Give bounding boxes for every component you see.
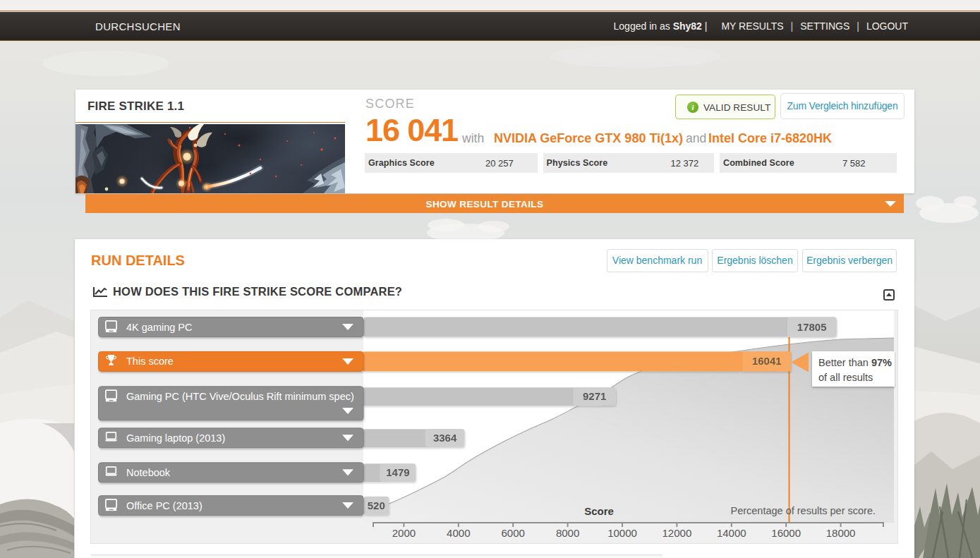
svg-text:3364: 3364	[433, 432, 457, 444]
svg-text:of all results: of all results	[818, 372, 873, 383]
svg-text:1479: 1479	[386, 466, 409, 478]
svg-text:Gaming PC (HTC Vive/Oculus Rif: Gaming PC (HTC Vive/Oculus Rift minimum …	[126, 391, 354, 402]
svg-text:6000: 6000	[502, 527, 525, 539]
svg-text:Better than 97%: Better than 97%	[818, 357, 892, 368]
svg-text:2000: 2000	[392, 527, 416, 539]
svg-text:Score: Score	[584, 505, 614, 517]
svg-text:14000: 14000	[717, 527, 746, 539]
svg-text:8000: 8000	[556, 527, 579, 539]
svg-text:Notebook: Notebook	[126, 467, 171, 478]
svg-text:18000: 18000	[826, 527, 856, 539]
svg-text:Office PC (2013): Office PC (2013)	[126, 500, 202, 511]
svg-text:16041: 16041	[752, 355, 782, 367]
svg-text:520: 520	[368, 499, 385, 511]
svg-text:10000: 10000	[607, 527, 637, 539]
svg-text:9271: 9271	[583, 390, 606, 402]
svg-text:16000: 16000	[771, 527, 801, 539]
svg-text:17805: 17805	[797, 321, 827, 333]
svg-text:Gaming laptop (2013): Gaming laptop (2013)	[126, 432, 225, 444]
svg-text:This score: This score	[126, 356, 174, 367]
svg-text:12000: 12000	[663, 527, 692, 539]
svg-text:Percentage of results per scor: Percentage of results per score.	[730, 505, 876, 516]
svg-text:4000: 4000	[447, 527, 470, 539]
svg-text:4K gaming PC: 4K gaming PC	[126, 322, 193, 333]
